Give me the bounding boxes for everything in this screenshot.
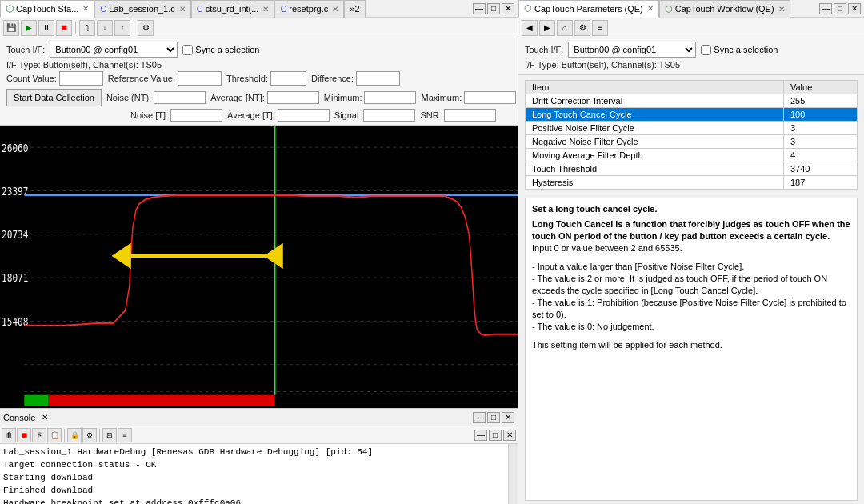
console-paste-btn[interactable]: 📋 bbox=[47, 428, 62, 442]
maximize-button[interactable]: □ bbox=[487, 3, 500, 14]
right-forward-btn[interactable]: ▶ bbox=[539, 20, 555, 36]
tab-close-workflow[interactable]: ✕ bbox=[778, 5, 785, 14]
right-settings-btn[interactable]: ⚙ bbox=[574, 20, 590, 36]
param-table-container: Item Value Drift Correction Interval255L… bbox=[518, 75, 864, 194]
min-input[interactable] bbox=[364, 91, 416, 104]
tab-captouch-params[interactable]: ⬡ CapTouch Parameters (QE) ✕ bbox=[518, 0, 659, 18]
snr-input[interactable] bbox=[444, 109, 496, 122]
chart-svg: 26060 23397 20734 18071 15408 bbox=[0, 126, 518, 408]
tab-captouch-workflow[interactable]: ⬡ CapTouch Workflow (QE) ✕ bbox=[659, 0, 790, 18]
reference-value-input[interactable]: 22320 bbox=[178, 71, 222, 86]
step-return-btn[interactable]: ↑ bbox=[114, 20, 130, 36]
stop-btn[interactable]: ⏹ bbox=[56, 20, 72, 36]
avg-t-input[interactable] bbox=[278, 109, 330, 122]
toolbar-sep2 bbox=[134, 22, 134, 34]
console-minimize2[interactable]: — bbox=[474, 430, 487, 441]
count-value-input[interactable]: 15493 bbox=[59, 71, 103, 86]
tab-close-icon[interactable]: ✕ bbox=[179, 5, 186, 14]
run-btn[interactable]: ▶ bbox=[21, 20, 37, 36]
avg-nt-input[interactable] bbox=[267, 91, 319, 104]
console-toolbar: 🗑 ⏹ ⎘ 📋 🔒 ⚙ ⊟ ≡ — □ ✕ bbox=[0, 426, 518, 444]
console-settings-btn[interactable]: ⚙ bbox=[82, 428, 97, 442]
tab-overflow[interactable]: »2 bbox=[344, 0, 365, 18]
console-close[interactable]: ✕ bbox=[502, 412, 514, 423]
right-close[interactable]: ✕ bbox=[848, 3, 861, 14]
settings-btn[interactable]: ⚙ bbox=[138, 20, 154, 36]
snr-field: SNR: bbox=[420, 109, 495, 122]
console-window-controls: — □ ✕ bbox=[473, 412, 514, 423]
console-more-btn[interactable]: ≡ bbox=[118, 428, 132, 442]
table-row[interactable]: Long Touch Cancel Cycle100 bbox=[526, 108, 858, 122]
difference-input[interactable]: -6827 bbox=[356, 71, 400, 86]
signal-input[interactable] bbox=[363, 109, 415, 122]
c-file-icon3: C bbox=[280, 4, 286, 14]
console-clear-btn[interactable]: 🗑 bbox=[2, 428, 16, 442]
table-row[interactable]: Moving Average Filter Depth4 bbox=[526, 149, 858, 162]
right-home-btn[interactable]: ⌂ bbox=[557, 20, 573, 36]
console-split-btn[interactable]: ⊟ bbox=[102, 428, 117, 442]
tab-labsession[interactable]: C Lab_session_1.c ✕ bbox=[94, 0, 191, 18]
touch-if-select[interactable]: Button00 @ config01 bbox=[50, 42, 178, 58]
controls-area: Touch I/F: Button00 @ config01 Sync a se… bbox=[0, 38, 518, 126]
right-sync-label[interactable]: Sync a selection bbox=[701, 45, 778, 55]
console-content[interactable]: Lab_session_1 HardwareDebug [Renesas GDB… bbox=[0, 444, 508, 504]
right-back-btn[interactable]: ◀ bbox=[522, 20, 538, 36]
difference-field: Difference: -6827 bbox=[311, 71, 400, 86]
tab-close-icon[interactable]: ✕ bbox=[82, 4, 89, 13]
if-type-text: I/F Type: Button(self), Channel(s): TS05 bbox=[6, 60, 511, 70]
right-more-btn[interactable]: ≡ bbox=[592, 20, 608, 36]
c-file-icon2: C bbox=[197, 4, 203, 14]
tab-close-icon[interactable]: ✕ bbox=[332, 5, 338, 14]
table-row[interactable]: Negative Noise Filter Cycle3 bbox=[526, 135, 858, 149]
tab-resetprg[interactable]: C resetprg.c ✕ bbox=[274, 0, 344, 18]
console-maximize[interactable]: □ bbox=[487, 412, 500, 423]
console-scrolllock-btn[interactable]: 🔒 bbox=[67, 428, 82, 442]
start-data-collection-button[interactable]: Start Data Collection bbox=[6, 89, 102, 106]
step-over-btn[interactable]: ⤵ bbox=[79, 20, 95, 36]
right-touch-if-select[interactable]: Button00 @ config01 bbox=[568, 42, 696, 58]
console-close-icon[interactable]: ✕ bbox=[42, 413, 48, 422]
console-title: Console bbox=[3, 413, 35, 422]
right-panel: ⬡ CapTouch Parameters (QE) ✕ ⬡ CapTouch … bbox=[518, 0, 864, 504]
table-row[interactable]: Drift Correction Interval255 bbox=[526, 94, 858, 108]
console-scrollbar[interactable] bbox=[508, 444, 518, 504]
description-line: Long Touch Cancel is a function that for… bbox=[532, 218, 850, 242]
minimize-button[interactable]: — bbox=[473, 3, 486, 14]
right-touch-if-label: Touch I/F: bbox=[525, 45, 563, 54]
sync-checkbox-label[interactable]: Sync a selection bbox=[182, 45, 259, 55]
right-maximize[interactable]: □ bbox=[834, 3, 846, 14]
tab-close-icon[interactable]: ✕ bbox=[262, 5, 269, 14]
console-stop-btn[interactable]: ⏹ bbox=[17, 428, 31, 442]
noise-nt-input[interactable] bbox=[154, 91, 206, 104]
table-row[interactable]: Touch Threshold3740 bbox=[526, 162, 858, 176]
pause-btn[interactable]: ⏸ bbox=[38, 20, 54, 36]
table-cell-item: Moving Average Filter Depth bbox=[526, 149, 784, 162]
min-field: Minimum: bbox=[324, 91, 417, 104]
right-minimize[interactable]: — bbox=[819, 3, 832, 14]
threshold-input[interactable]: 3740 bbox=[270, 71, 306, 86]
sync-checkbox[interactable] bbox=[182, 45, 193, 55]
tab-close-params[interactable]: ✕ bbox=[647, 4, 654, 13]
noise-t-row: Noise [T]: Average [T]: Signal: SNR: bbox=[130, 109, 511, 122]
save-btn[interactable]: 💾 bbox=[3, 20, 19, 36]
console-close2[interactable]: ✕ bbox=[503, 430, 516, 441]
console-maximize2[interactable]: □ bbox=[489, 430, 502, 441]
console-content-wrapper: Lab_session_1 HardwareDebug [Renesas GDB… bbox=[0, 444, 518, 504]
console-line-0: Lab_session_1 HardwareDebug [Renesas GDB… bbox=[3, 446, 505, 458]
noise-nt-label: Noise (NT): bbox=[106, 93, 151, 102]
table-cell-item: Long Touch Cancel Cycle bbox=[526, 108, 784, 122]
right-title-bar: ⬡ CapTouch Parameters (QE) ✕ ⬡ CapTouch … bbox=[518, 0, 864, 18]
noise-t-input[interactable] bbox=[170, 109, 222, 122]
tab-captouchsta[interactable]: ⬡ CapTouch Sta... ✕ bbox=[0, 0, 94, 18]
console-minimize[interactable]: — bbox=[473, 412, 486, 423]
console-copy-btn[interactable]: ⎘ bbox=[32, 428, 46, 442]
right-touch-if-row: Touch I/F: Button00 @ config01 Sync a se… bbox=[525, 42, 858, 58]
tab-ctsu[interactable]: C ctsu_rd_int(... ✕ bbox=[191, 0, 275, 18]
right-sync-checkbox[interactable] bbox=[701, 45, 711, 55]
close-button[interactable]: ✕ bbox=[502, 3, 514, 14]
table-row[interactable]: Positive Noise Filter Cycle3 bbox=[526, 122, 858, 135]
step-into-btn[interactable]: ↓ bbox=[97, 20, 113, 36]
touch-if-row: Touch I/F: Button00 @ config01 Sync a se… bbox=[6, 42, 511, 58]
max-input[interactable] bbox=[464, 91, 516, 104]
table-row[interactable]: Hysteresis187 bbox=[526, 176, 858, 190]
